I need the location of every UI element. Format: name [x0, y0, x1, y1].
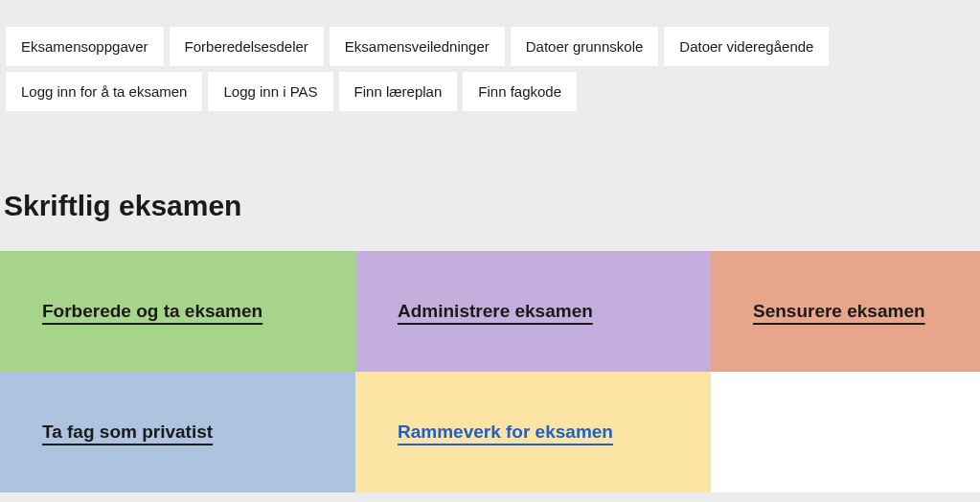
tile-label: Sensurere eksamen: [753, 301, 925, 322]
chip-eksamensveiledninger[interactable]: Eksamensveiledninger: [330, 27, 505, 66]
tile-grid: Forberede og ta eksamen Administrere eks…: [0, 251, 980, 492]
tile-sensurere[interactable]: Sensurere eksamen: [711, 251, 980, 372]
chip-logg-inn-pas[interactable]: Logg inn i PAS: [208, 72, 332, 111]
tile-administrere[interactable]: Administrere eksamen: [355, 251, 711, 372]
chip-logg-inn-eksamen[interactable]: Logg inn for å ta eksamen: [6, 72, 202, 111]
tile-label: Forberede og ta eksamen: [42, 301, 262, 322]
tile-privatist[interactable]: Ta fag som privatist: [0, 372, 355, 492]
chip-finn-laereplan[interactable]: Finn læreplan: [339, 72, 458, 111]
chip-bar: Eksamensoppgaver Forberedelsesdeler Eksa…: [0, 0, 980, 132]
chip-eksamensoppgaver[interactable]: Eksamensoppgaver: [6, 27, 164, 66]
tile-rammeverk[interactable]: Rammeverk for eksamen: [355, 372, 711, 492]
tile-forberede[interactable]: Forberede og ta eksamen: [0, 251, 355, 372]
page-title: Skriftlig eksamen: [0, 190, 980, 222]
chip-finn-fagkode[interactable]: Finn fagkode: [463, 72, 577, 111]
chip-forberedelsesdeler[interactable]: Forberedelsesdeler: [170, 27, 324, 66]
chip-datoer-grunnskole[interactable]: Datoer grunnskole: [511, 27, 659, 66]
tile-empty: [711, 372, 980, 492]
tile-label: Administrere eksamen: [398, 301, 593, 322]
tile-label: Ta fag som privatist: [42, 422, 213, 443]
tile-label: Rammeverk for eksamen: [398, 422, 613, 443]
chip-datoer-videregaende[interactable]: Datoer videregående: [664, 27, 829, 66]
